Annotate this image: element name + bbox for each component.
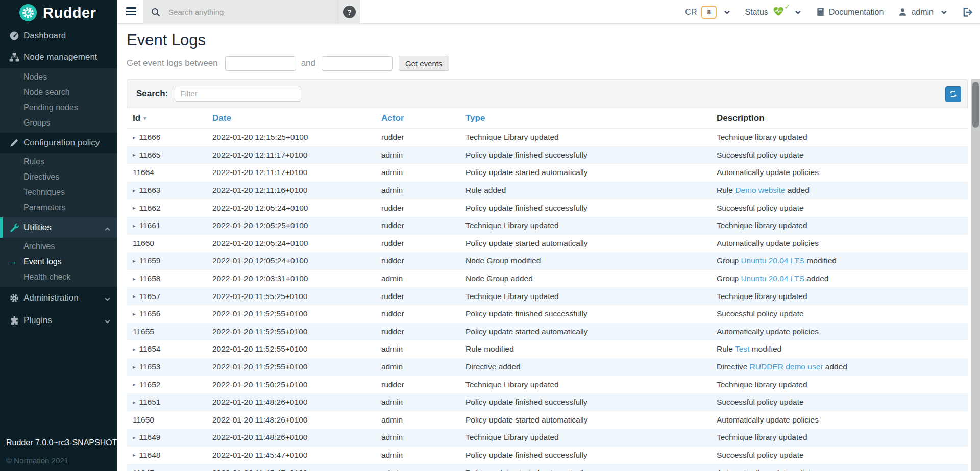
- status-menu[interactable]: Status ✓: [745, 6, 801, 19]
- search-icon: [151, 7, 161, 17]
- table-row[interactable]: ▸ 11659 2022-01-20 12:05:24+0100 rudder …: [127, 252, 968, 270]
- sidebar-item-techniques[interactable]: Techniques: [0, 185, 117, 200]
- column-header-type[interactable]: Type: [465, 113, 717, 123]
- row-expand-caret[interactable]: ▸: [133, 222, 136, 229]
- row-description: Successful policy update: [717, 451, 968, 460]
- change-requests-menu[interactable]: CR 8: [685, 6, 730, 19]
- id-cell: ▸ 11662: [127, 204, 212, 213]
- row-expand-caret[interactable]: ▸: [133, 452, 136, 458]
- status-label: Status: [745, 8, 768, 17]
- column-header-actor[interactable]: Actor: [381, 113, 465, 123]
- row-expand-caret[interactable]: ▸: [133, 134, 136, 141]
- row-description: Directive RUDDER demo user added: [717, 362, 968, 371]
- row-expand-caret[interactable]: ▸: [133, 346, 136, 353]
- sidebar-item-parameters[interactable]: Parameters: [0, 200, 117, 215]
- table-row[interactable]: ▸ 11665 2022-01-20 12:11:17+0100 admin P…: [127, 146, 968, 164]
- row-type: Policy update started automatically: [465, 415, 717, 425]
- table-row[interactable]: ▸ 11663 2022-01-20 12:11:16+0100 admin R…: [127, 182, 968, 200]
- row-date: 2022-01-20 12:15:25+0100: [212, 133, 381, 142]
- row-date: 2022-01-20 12:05:24+0100: [212, 256, 381, 265]
- table-row[interactable]: ▸ 11666 2022-01-20 12:15:25+0100 rudder …: [127, 129, 968, 146]
- table-row[interactable]: ▸ 11652 2022-01-20 11:50:25+0100 rudder …: [127, 376, 968, 393]
- description-link[interactable]: Ununtu 20.04 LTS: [741, 274, 804, 283]
- sidebar-item-administration[interactable]: Administration: [0, 287, 117, 309]
- sidebar-item-plugins[interactable]: Plugins: [0, 309, 117, 332]
- sidebar-item-nodes[interactable]: Nodes: [0, 69, 117, 85]
- logout-icon[interactable]: [962, 7, 973, 18]
- table-filter-input[interactable]: [175, 86, 301, 102]
- row-expand-caret[interactable]: ▸: [133, 364, 136, 370]
- id-cell: ▸ 11659: [127, 256, 212, 265]
- table-row[interactable]: ▸ 11654 2022-01-20 11:52:55+0100 admin R…: [127, 340, 968, 358]
- help-icon[interactable]: ?: [343, 6, 356, 18]
- sidebar-item-utilities[interactable]: Utilities: [0, 217, 117, 238]
- row-date: 2022-01-20 11:45:47+0100: [212, 468, 381, 471]
- row-expand-caret[interactable]: ▸: [133, 187, 136, 194]
- row-expand-caret[interactable]: ▸: [133, 258, 136, 264]
- row-type: Technique Library updated: [465, 380, 717, 389]
- row-id: 11659: [139, 256, 161, 265]
- row-expand-caret[interactable]: ▸: [133, 434, 136, 441]
- end-date-input[interactable]: [322, 56, 393, 71]
- column-header-date[interactable]: Date: [212, 113, 381, 123]
- row-expand-caret[interactable]: ▸: [133, 276, 136, 282]
- sidebar-item-node-search[interactable]: Node search: [0, 85, 117, 100]
- column-header-id[interactable]: Id ▾: [127, 113, 212, 123]
- row-expand-caret[interactable]: ▸: [133, 381, 136, 388]
- refresh-button[interactable]: [945, 86, 961, 102]
- row-date: 2022-01-20 12:11:17+0100: [212, 168, 381, 177]
- table-row[interactable]: ▸ 11658 2022-01-20 12:03:31+0100 admin N…: [127, 270, 968, 288]
- table-row[interactable]: ▸ 11648 2022-01-20 11:45:47+0100 admin P…: [127, 447, 968, 464]
- table-row[interactable]: ▸ 11653 2022-01-20 11:52:55+0100 admin D…: [127, 358, 968, 376]
- table-row[interactable]: ▸ 11649 2022-01-20 11:48:26+0100 admin T…: [127, 429, 968, 447]
- scrollbar-thumb[interactable]: [972, 82, 979, 128]
- description-link[interactable]: Test: [735, 344, 749, 353]
- row-expand-caret[interactable]: ▸: [133, 205, 136, 211]
- chevron-up-icon[interactable]: [104, 225, 111, 231]
- topbar: ? CR 8 Status ✓: [117, 0, 980, 24]
- row-type: Policy update finished successfully: [465, 451, 717, 460]
- row-actor: admin: [381, 186, 465, 195]
- documentation-link[interactable]: Documentation: [816, 7, 884, 17]
- row-expand-caret[interactable]: ▸: [133, 152, 136, 158]
- hamburger-menu-icon[interactable]: [126, 7, 136, 16]
- row-description: Group Ununtu 20.04 LTS added: [717, 274, 968, 283]
- search-input[interactable]: [168, 8, 316, 16]
- id-cell: ▸ 11657: [127, 292, 212, 301]
- sidebar-item-dashboard[interactable]: Dashboard: [0, 26, 117, 46]
- chevron-down-icon[interactable]: [104, 295, 111, 302]
- row-actor: admin: [381, 274, 465, 283]
- row-expand-caret[interactable]: ▸: [133, 399, 136, 406]
- sidebar-item-configuration-policy[interactable]: Configuration policy: [0, 133, 117, 153]
- rudder-logo[interactable]: Rudder: [0, 0, 117, 26]
- row-actor: rudder: [381, 309, 465, 318]
- start-date-input[interactable]: [225, 56, 296, 71]
- sidebar-item-pending-nodes[interactable]: Pending nodes: [0, 100, 117, 115]
- table-row[interactable]: ▸ 11651 2022-01-20 11:48:26+0100 admin P…: [127, 393, 968, 411]
- description-link[interactable]: Ununtu 20.04 LTS: [741, 256, 804, 265]
- row-actor: admin: [381, 398, 465, 407]
- table-row[interactable]: ▸ 11657 2022-01-20 11:55:25+0100 rudder …: [127, 287, 968, 305]
- row-expand-caret[interactable]: ▸: [133, 293, 136, 300]
- page-scrollbar[interactable]: [971, 79, 980, 471]
- description-link[interactable]: RUDDER demo user: [750, 362, 823, 371]
- chevron-down-icon[interactable]: [104, 317, 111, 324]
- sidebar-item-rules[interactable]: Rules: [0, 154, 117, 169]
- sidebar-item-directives[interactable]: Directives: [0, 169, 117, 185]
- row-actor: rudder: [381, 256, 465, 265]
- table-row[interactable]: ▸ 11661 2022-01-20 12:05:25+0100 rudder …: [127, 217, 968, 235]
- sidebar-item-groups[interactable]: Groups: [0, 115, 117, 131]
- sidebar-item-event-logs[interactable]: →Event logs: [0, 254, 117, 269]
- row-expand-caret[interactable]: ▸: [133, 311, 136, 317]
- check-icon: ✓: [784, 2, 791, 11]
- description-link[interactable]: Demo website: [735, 186, 785, 194]
- sidebar-item-node-management[interactable]: Node management: [0, 46, 117, 68]
- table-row[interactable]: ▸ 11662 2022-01-20 12:05:24+0100 rudder …: [127, 199, 968, 217]
- get-events-button[interactable]: Get events: [399, 56, 449, 71]
- user-menu[interactable]: admin: [898, 7, 947, 17]
- sidebar-item-health-check[interactable]: Health check: [0, 269, 117, 285]
- sidebar-item-archives[interactable]: Archives: [0, 239, 117, 254]
- search-label: Search:: [136, 89, 168, 99]
- id-cell: ▸ 11656: [127, 309, 212, 318]
- table-row[interactable]: ▸ 11656 2022-01-20 11:52:55+0100 rudder …: [127, 305, 968, 323]
